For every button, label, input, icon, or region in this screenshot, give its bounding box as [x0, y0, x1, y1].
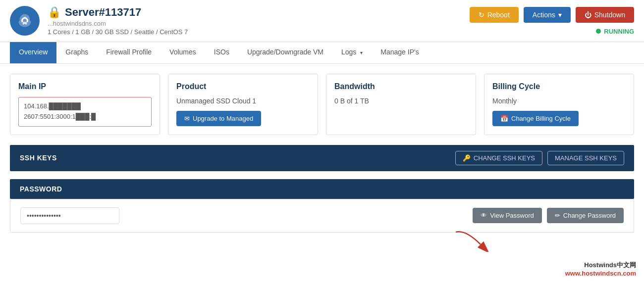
logs-chevron-icon: ▾	[360, 50, 363, 55]
upgrade-to-managed-button[interactable]: ✉ Upgrade to Managed	[176, 111, 261, 126]
server-details: 🔒 Server#113717 ...hostwindsdns.com 1 Co…	[48, 6, 188, 36]
change-billing-cycle-button[interactable]: 📅 Change Billing Cycle	[492, 111, 579, 126]
status-text: RUNNING	[604, 28, 634, 35]
key-icon: 🔑	[463, 154, 471, 162]
ssh-keys-header: SSH KEYS 🔑 CHANGE SSH KEYS MANAGE SSH KE…	[10, 145, 634, 171]
server-specs: 1 Cores / 1 GB / 30 GB SSD / Seattle / C…	[48, 28, 188, 36]
main-ip-card: Main IP 104.168.███████ 2607:5501:3000:1…	[10, 74, 160, 135]
ipv4-address: 104.168.███████	[24, 101, 146, 112]
product-title: Product	[176, 82, 310, 91]
tab-logs[interactable]: Logs ▾	[332, 42, 372, 63]
lock-icon: 🔒	[48, 6, 61, 19]
tab-isos[interactable]: ISOs	[205, 42, 238, 63]
status-indicator	[596, 29, 601, 34]
actions-button[interactable]: Actions ▾	[524, 7, 571, 23]
view-password-button[interactable]: 👁 View Password	[473, 208, 542, 223]
watermark: Hostwinds中文网 www.hostwindscn.com	[565, 261, 636, 277]
product-name: Unmanaged SSD Cloud 1	[176, 97, 310, 105]
watermark-text1: Hostwinds中文网	[565, 261, 636, 270]
reboot-button[interactable]: ↻ Reboot	[470, 7, 519, 23]
password-buttons: 👁 View Password ✏ Change Password	[473, 208, 624, 223]
change-password-button[interactable]: ✏ Change Password	[547, 208, 624, 223]
eye-icon: 👁	[481, 212, 487, 219]
bandwidth-card: Bandwidth 0 B of 1 TB	[326, 74, 476, 135]
ssh-keys-title: SSH KEYS	[20, 154, 57, 162]
calendar-icon: 📅	[500, 115, 508, 122]
server-subtitle: ...hostwindsdns.com	[48, 20, 188, 27]
tab-manage-ips[interactable]: Manage IP's	[372, 42, 428, 63]
logo-icon	[16, 12, 34, 30]
billing-cycle-value: Monthly	[492, 97, 626, 105]
top-actions: ↻ Reboot Actions ▾ ⏻ Shutdown RUNNING	[470, 7, 634, 35]
tab-overview[interactable]: Overview	[10, 42, 56, 63]
main-content: Main IP 104.168.███████ 2607:5501:3000:1…	[0, 64, 644, 242]
product-card: Product Unmanaged SSD Cloud 1 ✉ Upgrade …	[168, 74, 318, 135]
password-body: 👁 View Password ✏ Change Password	[10, 199, 634, 233]
password-section: PASSWORD 👁 View Password ✏ Change Passwo…	[10, 179, 634, 233]
avatar	[10, 6, 40, 36]
nav-tabs: Overview Graphs Firewall Profile Volumes…	[0, 42, 644, 64]
action-buttons: ↻ Reboot Actions ▾ ⏻ Shutdown	[470, 7, 634, 23]
billing-title: Billing Cycle	[492, 82, 626, 91]
pencil-icon: ✏	[555, 212, 560, 219]
password-header: PASSWORD	[10, 179, 634, 199]
status-row: RUNNING	[596, 28, 634, 35]
top-bar: 🔒 Server#113717 ...hostwindsdns.com 1 Co…	[0, 0, 644, 42]
ip-address-box: 104.168.███████ 2607:5501:3000:1███:█	[18, 97, 152, 127]
tab-firewall-profile[interactable]: Firewall Profile	[97, 42, 161, 63]
watermark-text2: www.hostwindscn.com	[565, 270, 636, 277]
server-info: 🔒 Server#113717 ...hostwindsdns.com 1 Co…	[10, 6, 188, 36]
manage-ssh-keys-button[interactable]: MANAGE SSH KEYS	[547, 151, 624, 165]
billing-cycle-card: Billing Cycle Monthly 📅 Change Billing C…	[484, 74, 634, 135]
change-ssh-keys-button[interactable]: 🔑 CHANGE SSH KEYS	[455, 151, 542, 165]
password-field[interactable]	[20, 207, 119, 224]
upgrade-icon: ✉	[184, 115, 190, 122]
ssh-keys-section: SSH KEYS 🔑 CHANGE SSH KEYS MANAGE SSH KE…	[10, 145, 634, 171]
power-icon: ⏻	[585, 11, 591, 19]
bandwidth-value: 0 B of 1 TB	[334, 97, 468, 105]
shutdown-button[interactable]: ⏻ Shutdown	[576, 7, 634, 23]
tab-volumes[interactable]: Volumes	[161, 42, 205, 63]
server-title: 🔒 Server#113717	[48, 6, 188, 19]
password-title: PASSWORD	[20, 185, 62, 193]
reboot-icon: ↻	[479, 11, 484, 19]
main-ip-title: Main IP	[18, 82, 152, 91]
tab-graphs[interactable]: Graphs	[56, 42, 97, 63]
tab-upgrade-downgrade[interactable]: Upgrade/Downgrade VM	[238, 42, 332, 63]
ssh-keys-actions: 🔑 CHANGE SSH KEYS MANAGE SSH KEYS	[455, 151, 624, 165]
ipv6-address: 2607:5501:3000:1███:█	[24, 112, 146, 122]
chevron-down-icon: ▾	[558, 11, 562, 19]
cards-row: Main IP 104.168.███████ 2607:5501:3000:1…	[10, 74, 634, 135]
bandwidth-title: Bandwidth	[334, 82, 468, 91]
